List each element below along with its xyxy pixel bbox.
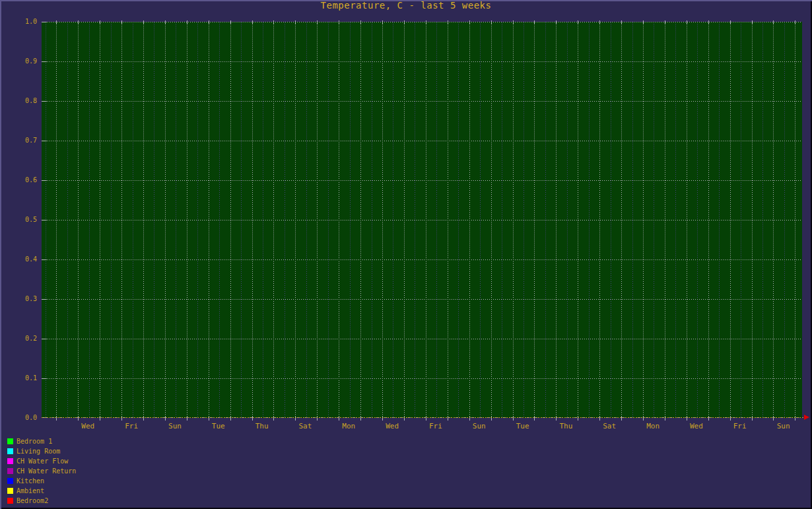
x-axis-tick-label: Sun	[465, 423, 494, 430]
x-axis-tick-label: Fri	[421, 423, 450, 430]
x-tick-top	[404, 20, 405, 24]
gridline-horizontal	[42, 180, 802, 181]
x-tick-top	[795, 20, 795, 24]
y-axis-tick-label: 0.4	[15, 255, 37, 263]
gridline-horizontal	[42, 61, 802, 62]
legend-swatch-icon	[7, 478, 13, 484]
x-tick-top	[187, 20, 187, 24]
legend-label: Bedroom2	[17, 497, 48, 504]
legend-label: Ambient	[17, 487, 44, 494]
legend-item: Kitchen	[7, 476, 44, 486]
y-axis-tick-label: 0.5	[15, 216, 37, 223]
x-axis-tick-label: Sun	[769, 423, 798, 430]
legend-item: Living Room	[7, 446, 60, 456]
y-tick-left	[42, 22, 47, 22]
legend-swatch-icon	[7, 448, 13, 454]
x-tick-top	[730, 20, 731, 24]
x-tick-top	[382, 20, 383, 24]
y-axis-tick-label: 0.3	[15, 295, 37, 302]
x-tick-top	[491, 20, 492, 24]
x-tick-top	[752, 20, 753, 24]
x-axis-tick-label: Fri	[117, 423, 146, 430]
x-tick-top	[273, 20, 274, 24]
x-tick-top	[773, 20, 774, 24]
x-axis-tick-label: Wed	[682, 423, 711, 430]
plot-area	[42, 22, 802, 418]
x-tick-top	[578, 20, 578, 24]
x-tick-top	[78, 20, 79, 24]
legend-item: CH Water Return	[7, 466, 76, 476]
x-axis-tick-label: Mon	[638, 423, 667, 430]
y-axis-tick-label: 0.7	[15, 137, 37, 144]
graph-image: Temperature, C - last 5 weeks 0.00.10.20…	[0, 0, 812, 509]
x-tick-top	[252, 20, 253, 24]
x-axis-tick-label: Wed	[378, 423, 407, 430]
gridline-horizontal	[42, 220, 802, 221]
x-tick-top	[687, 20, 687, 24]
x-axis-tick-label: Wed	[73, 423, 102, 430]
y-axis-tick-label: 0.8	[15, 97, 37, 104]
chart-title: Temperature, C - last 5 weeks	[0, 0, 812, 11]
legend-item: CH Water Flow	[7, 456, 68, 466]
x-tick-top	[448, 20, 448, 24]
legend-swatch-icon	[7, 498, 13, 504]
gridline-horizontal	[42, 22, 802, 22]
x-tick-top	[621, 20, 622, 24]
y-tick-left	[42, 180, 47, 181]
gridline-horizontal	[42, 299, 802, 300]
x-tick-top	[643, 20, 644, 24]
x-tick-top	[360, 20, 361, 24]
gridline-horizontal	[42, 141, 802, 141]
x-tick-top	[513, 20, 514, 24]
x-axis-tick-label: Thu	[248, 423, 277, 430]
legend-item: Ambient	[7, 486, 44, 496]
x-axis-tick-label: Sat	[290, 423, 320, 430]
y-axis-tick-label: 0.1	[15, 374, 37, 382]
legend-label: Living Room	[17, 448, 60, 455]
x-axis-tick-label: Tue	[508, 423, 537, 430]
y-tick-left	[42, 101, 47, 102]
y-tick-left	[42, 299, 47, 300]
y-axis-tick-label: 0.2	[15, 335, 37, 342]
y-tick-left	[42, 339, 47, 339]
x-tick-top	[599, 20, 600, 24]
x-tick-top	[295, 20, 296, 24]
x-axis-tick-label: Thu	[551, 423, 580, 430]
y-axis-tick-label: 0.9	[15, 57, 37, 65]
x-tick-top	[556, 20, 557, 24]
legend-swatch-icon	[7, 488, 13, 494]
x-tick-top	[339, 20, 339, 24]
x-tick-top	[56, 20, 57, 24]
x-axis-tick-label: Mon	[334, 423, 363, 430]
x-tick-top	[317, 20, 318, 24]
gridline-horizontal	[42, 378, 802, 379]
x-axis-tick-label: Fri	[726, 423, 755, 430]
x-axis-line	[42, 417, 805, 418]
legend-item: Bedroom2	[7, 496, 48, 506]
x-tick-top	[469, 20, 470, 24]
y-tick-left	[42, 141, 47, 141]
y-tick-left	[42, 378, 47, 379]
gridline-horizontal	[42, 259, 802, 260]
x-axis-arrow-icon	[804, 415, 809, 420]
legend-item: Bedroom 1	[7, 436, 52, 446]
x-tick-top	[708, 20, 709, 24]
x-axis-tick-label: Tue	[204, 423, 233, 430]
x-axis-tick-label: Sat	[595, 423, 624, 430]
legend-label: CH Water Return	[17, 467, 76, 475]
legend-label: CH Water Flow	[17, 458, 68, 465]
x-tick-top	[143, 20, 144, 24]
y-tick-left	[42, 259, 47, 260]
x-axis-tick-label: Sun	[160, 423, 189, 430]
legend-swatch-icon	[7, 438, 13, 444]
x-tick-top	[230, 20, 231, 24]
legend-swatch-icon	[7, 458, 13, 464]
legend-label: Bedroom 1	[17, 438, 52, 445]
x-tick-top	[534, 20, 535, 24]
y-tick-left	[42, 220, 47, 221]
y-axis-tick-label: 0.0	[15, 414, 37, 421]
x-tick-top	[665, 20, 665, 24]
gridline-horizontal	[42, 339, 802, 339]
y-tick-left	[42, 61, 47, 62]
x-tick-top	[165, 20, 166, 24]
